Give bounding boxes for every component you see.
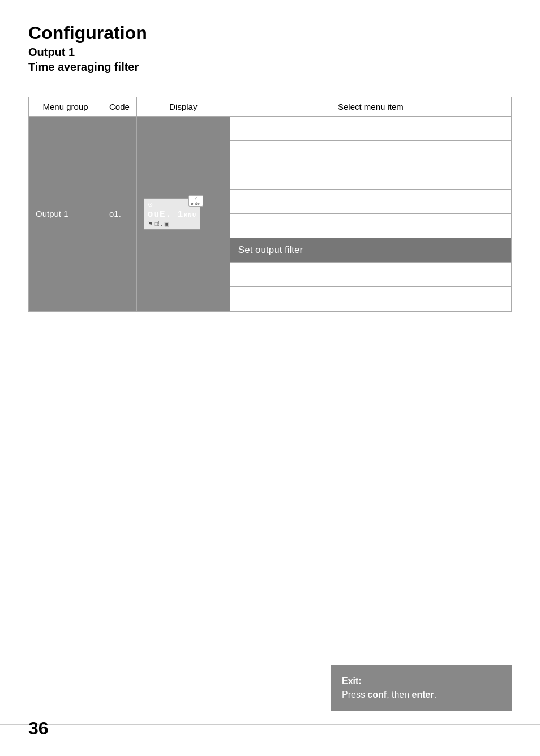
menu-item-0[interactable]: Select sensor type [230,117,511,141]
page-subtitle2: Time averaging filter [28,59,512,74]
col-header-code: Code [102,97,137,116]
menu-item-3[interactable]: Enter current start [230,190,511,214]
menu-item-5[interactable]: Set output filter [230,238,511,263]
menu-item-6[interactable]: 22 mA for error [230,263,511,287]
exit-label: Exit: [342,676,362,686]
col-header-menugroup: Menu group [29,97,102,116]
menu-item-4[interactable]: Enter current end [230,214,511,238]
display-out-text: ouE. 1 [148,209,184,220]
display-mnu-text: MNU [183,212,196,218]
menu-item-7[interactable]: HOLD mode [230,287,511,311]
menu-item-2[interactable]: Select 0-20 / 4-20 mA [230,165,511,190]
output-display-cell: ✓ enter ⊙ ouE. 1MNU ⚑ □! . ▣ [136,116,230,311]
display-widget: ✓ enter ⊙ ouE. 1MNU ⚑ □! . ▣ [144,198,200,230]
page-number: 36 [28,718,49,739]
bottom-divider [0,724,540,725]
enter-text: enter [412,690,434,699]
col-header-select: Select menu item [230,97,511,116]
display-symbol: ⊙ [148,201,153,208]
page-subtitle1: Output 1 [28,45,512,59]
conf-text: conf [367,690,387,699]
menu-item-1[interactable]: Select meas. procedure [230,141,511,165]
menu-items-cell: Select sensor type Select meas. procedur… [230,116,511,311]
page-title: Configuration [28,23,512,44]
output-code-cell: o1. [102,116,137,311]
checkmark-icon: ✓ [194,196,198,201]
display-text-row: ouE. 1MNU [148,209,196,220]
exit-box: Exit: Press conf, then enter. [331,665,512,711]
enter-label: enter [191,201,201,206]
display-bottom-row: ⚑ □! . ▣ [148,221,169,227]
exit-text: Press conf, then enter. [342,690,436,699]
main-table: Menu group Code Display Select menu item… [28,97,512,312]
display-icons: ⚑ □! . ▣ [148,221,169,227]
col-header-display: Display [136,97,230,116]
enter-tag: ✓ enter [188,195,203,207]
output-group-cell: Output 1 [29,116,102,311]
page-container: Configuration Output 1 Time averaging fi… [0,0,540,756]
